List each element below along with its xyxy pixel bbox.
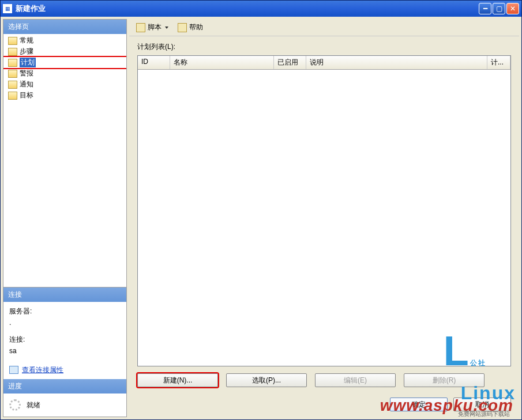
help-button[interactable]: 帮助 <box>174 21 206 33</box>
col-id[interactable]: ID <box>138 56 170 69</box>
script-label: 脚本 <box>148 22 162 32</box>
script-icon <box>136 23 145 32</box>
sidebar: 选择页 常规 步骤 计划 警报 <box>3 19 127 417</box>
dialog-body: 选择页 常规 步骤 计划 警报 <box>1 17 521 419</box>
sidebar-item-label: 目标 <box>20 90 33 100</box>
page-icon <box>8 81 17 89</box>
sidebar-item-general[interactable]: 常规 <box>3 35 126 46</box>
spinner-icon <box>9 399 21 411</box>
script-button[interactable]: 脚本 <box>133 21 172 33</box>
sidebar-item-schedule[interactable]: 计划 <box>3 57 126 68</box>
progress-body: 就绪 <box>3 393 126 417</box>
connection-panel: 连接 服务器: . 连接: sa 查看连接属性 进度 就绪 <box>3 287 126 417</box>
sidebar-item-steps[interactable]: 步骤 <box>3 46 126 57</box>
help-label: 帮助 <box>189 22 203 32</box>
title-bar[interactable]: ▦ 新建作业 ━ ▢ ✕ <box>1 1 521 17</box>
col-sched[interactable]: 计... <box>487 56 510 69</box>
connection-value: sa <box>9 345 121 357</box>
page-icon <box>8 59 17 67</box>
grid-header: ID 名称 已启用 说明 计... <box>138 56 510 70</box>
help-icon <box>178 23 187 32</box>
server-value: . <box>9 317 121 328</box>
sidebar-item-label: 通知 <box>20 80 33 89</box>
page-icon <box>8 92 17 100</box>
sidebar-item-alerts[interactable]: 警报 <box>3 68 126 79</box>
page-icon <box>8 70 17 78</box>
ok-button[interactable]: 确定 <box>390 398 448 411</box>
button-row: 新建(N)... 选取(P)... 编辑(E) 删除(R) <box>137 366 511 389</box>
app-icon: ▦ <box>3 4 12 13</box>
sidebar-item-label: 警报 <box>20 69 33 78</box>
sidebar-item-label: 常规 <box>20 36 33 46</box>
pick-button[interactable]: 选取(P)... <box>226 373 307 387</box>
edit-button: 编辑(E) <box>315 373 396 387</box>
col-name[interactable]: 名称 <box>170 56 274 69</box>
close-button[interactable]: ✕ <box>506 3 519 14</box>
connection-body: 服务器: . 连接: sa 查看连接属性 <box>3 302 126 379</box>
main-panel: 脚本 帮助 计划列表(L): ID 名称 已启用 说明 计... <box>129 19 519 417</box>
toolbar: 脚本 帮助 <box>129 19 519 36</box>
dialog-window: ▦ 新建作业 ━ ▢ ✕ 选择页 常规 步骤 计划 <box>0 0 522 420</box>
footer-row: 确定 取消 <box>129 394 519 417</box>
page-icon <box>8 37 17 45</box>
delete-button: 删除(R) <box>404 373 485 387</box>
page-list: 常规 步骤 计划 警报 通知 <box>3 34 126 287</box>
content-area: 计划列表(L): ID 名称 已启用 说明 计... 新建(N)... 选取(P… <box>129 36 519 394</box>
schedule-list-label: 计划列表(L): <box>137 42 511 52</box>
view-connection-label[interactable]: 查看连接属性 <box>22 364 63 376</box>
connection-header: 连接 <box>3 287 126 302</box>
view-connection-link[interactable]: 查看连接属性 <box>9 364 121 376</box>
sidebar-item-targets[interactable]: 目标 <box>3 90 126 101</box>
sidebar-item-notify[interactable]: 通知 <box>3 79 126 90</box>
col-enabled[interactable]: 已启用 <box>274 56 306 69</box>
sidebar-item-label: 计划 <box>20 58 36 67</box>
sidebar-item-label: 步骤 <box>20 47 33 56</box>
schedule-grid[interactable]: ID 名称 已启用 说明 计... <box>137 55 511 366</box>
server-label: 服务器: <box>9 305 121 317</box>
connection-icon <box>9 366 18 374</box>
chevron-down-icon <box>165 27 168 29</box>
window-title: 新建作业 <box>16 3 479 14</box>
new-button[interactable]: 新建(N)... <box>137 373 218 387</box>
progress-status: 就绪 <box>27 400 40 410</box>
page-icon <box>8 48 17 56</box>
cancel-button[interactable]: 取消 <box>453 398 511 411</box>
col-desc[interactable]: 说明 <box>306 56 487 69</box>
connection-label: 连接: <box>9 334 121 345</box>
grid-body[interactable] <box>138 70 510 366</box>
progress-header: 进度 <box>3 379 126 393</box>
select-page-header: 选择页 <box>3 20 126 34</box>
window-buttons: ━ ▢ ✕ <box>479 3 519 14</box>
maximize-button[interactable]: ▢ <box>493 3 505 14</box>
minimize-button[interactable]: ━ <box>479 3 491 14</box>
